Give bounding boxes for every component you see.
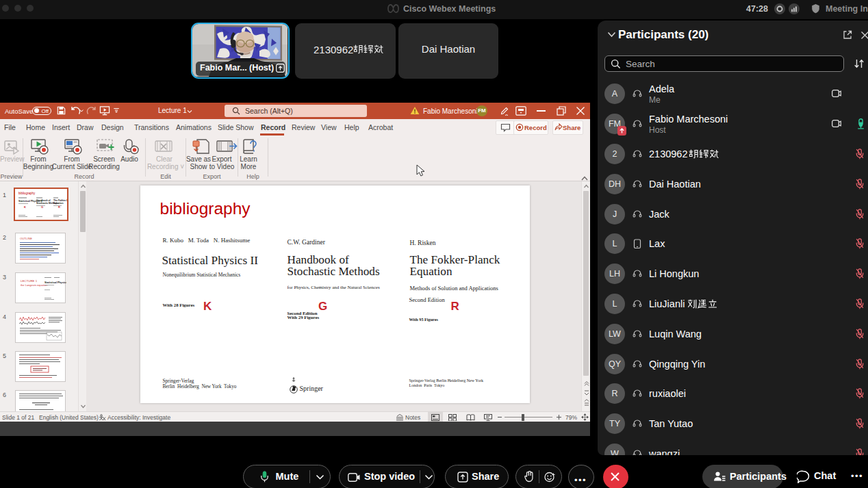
svg-text:K: K	[24, 205, 26, 209]
svg-text:Equation: Equation	[53, 202, 64, 205]
svg-text:the Langevin equation: the Langevin equation	[21, 283, 47, 287]
svg-text:Statistical Physics II: Statistical Physics II	[44, 281, 66, 284]
svg-text:OUTLINE: OUTLINE	[20, 237, 32, 240]
svg-text:G: G	[41, 205, 43, 209]
svg-text:LECTURE 1: LECTURE 1	[21, 279, 38, 283]
svg-text:R: R	[58, 205, 60, 209]
svg-text:bibliography: bibliography	[18, 192, 36, 195]
